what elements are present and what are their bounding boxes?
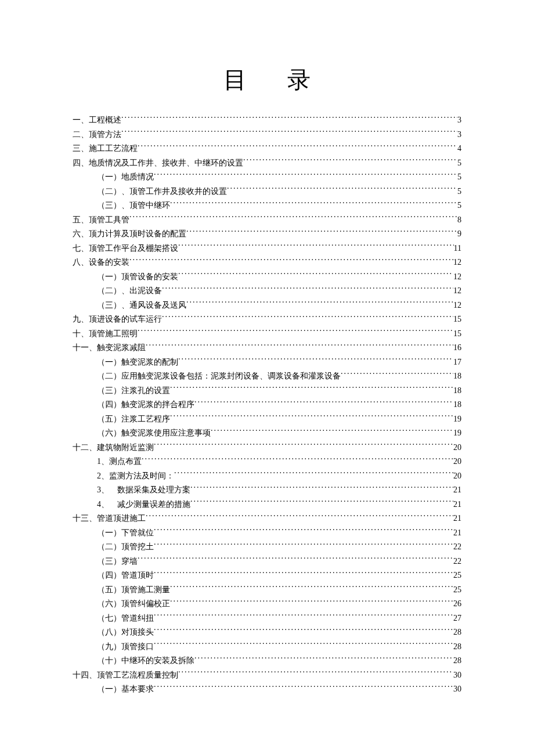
- toc-entry-label: 七、顶管工作平台及棚架搭设: [73, 242, 178, 256]
- toc-entry: 三、施工工艺流程4: [73, 142, 461, 156]
- toc-leader-dots: [138, 328, 453, 336]
- toc-entry-label: （二）应用触变泥浆设备包括：泥浆封闭设备、调浆设备和灌浆设备: [97, 369, 341, 384]
- toc-leader-dots: [178, 271, 453, 279]
- table-of-contents: 一、工程概述3二、顶管方法3三、施工工艺流程4四、地质情况及工作井、接收井、中继…: [73, 113, 461, 697]
- toc-entry-page: 17: [453, 355, 461, 370]
- toc-leader-dots: [227, 186, 457, 194]
- toc-entry-label: 十、顶管施工照明: [73, 327, 138, 341]
- toc-entry-label: （七）管道纠扭: [97, 611, 154, 626]
- toc-entry: 七、顶管工作平台及棚架搭设11: [73, 242, 461, 256]
- toc-entry: （二）、顶管工作井及接收井的设置5: [73, 185, 461, 199]
- toc-entry-label: 十一、触变泥浆减阻: [73, 341, 146, 355]
- toc-entry: （五）注浆工艺程序19: [73, 412, 461, 427]
- toc-entry-page: 19: [453, 412, 461, 427]
- toc-entry: （一）地质情况5: [73, 170, 461, 185]
- toc-entry: 六、顶力计算及顶时设备的配置9: [73, 227, 461, 242]
- toc-entry-label: （八）对顶接头: [97, 625, 154, 640]
- toc-leader-dots: [154, 613, 453, 621]
- toc-entry-label: （六）顶管纠偏校正: [97, 597, 170, 611]
- toc-entry: 八、设备的安装12: [73, 255, 461, 270]
- toc-entry-page: 21: [453, 483, 461, 498]
- toc-entry-label: （二）、顶管工作井及接收井的设置: [97, 185, 227, 199]
- toc-entry: （六）顶管纠偏校正26: [73, 597, 461, 611]
- toc-entry-page: 25: [453, 583, 461, 597]
- toc-leader-dots: [211, 427, 453, 435]
- toc-entry: （二）应用触变泥浆设备包括：泥浆封闭设备、调浆设备和灌浆设备18: [73, 369, 461, 384]
- toc-leader-dots: [129, 214, 457, 222]
- toc-entry: （一）触变泥浆的配制17: [73, 355, 461, 370]
- toc-entry: （七）管道纠扭27: [73, 611, 461, 626]
- toc-leader-dots: [194, 399, 453, 407]
- toc-entry: （三）、通风设备及送风12: [73, 298, 461, 313]
- toc-entry: 二、顶管方法3: [73, 128, 461, 142]
- toc-entry-label: 四、地质情况及工作井、接收井、中继环的设置: [73, 156, 243, 171]
- document-title: 目录: [73, 64, 461, 96]
- toc-entry-label: （二）顶管挖土: [97, 540, 154, 555]
- toc-entry-label: （四）管道顶时: [97, 568, 154, 583]
- toc-entry-page: 5: [457, 199, 461, 213]
- toc-entry-label: （一）顶管设备的安装: [97, 270, 178, 285]
- toc-entry-page: 20: [453, 441, 461, 455]
- toc-entry-label: 二、顶管方法: [73, 128, 121, 142]
- toc-leader-dots: [174, 470, 453, 478]
- toc-entry-label: 十二、建筑物附近监测: [73, 441, 154, 455]
- toc-leader-dots: [138, 556, 453, 564]
- toc-leader-dots: [154, 641, 453, 649]
- toc-entry-page: 21: [453, 512, 461, 526]
- toc-entry-label: （一）地质情况: [97, 170, 154, 185]
- toc-leader-dots: [162, 314, 453, 322]
- toc-entry-label: （三）注浆孔的设置: [97, 384, 170, 398]
- toc-entry-label: 1、测点布置: [97, 455, 142, 469]
- toc-entry-page: 3: [457, 113, 461, 128]
- toc-entry-label: 五、顶管工具管: [73, 213, 129, 228]
- toc-entry-label: 3、 数据采集及处理方案: [97, 483, 190, 498]
- toc-entry: （九）顶管接口28: [73, 640, 461, 654]
- toc-entry-page: 25: [453, 568, 461, 583]
- toc-entry: （六）触变泥浆使用应注意事项19: [73, 426, 461, 441]
- toc-entry-label: 2、监测方法及时间：: [97, 469, 174, 484]
- toc-entry: （十）中继环的安装及拆除28: [73, 654, 461, 668]
- toc-entry-label: （九）顶管接口: [97, 640, 154, 654]
- toc-entry-label: （十）中继环的安装及拆除: [97, 654, 194, 668]
- toc-entry: （四）触变泥浆的拌合程序18: [73, 398, 461, 412]
- toc-entry: 4、 减少测量误差的措施21: [73, 498, 461, 512]
- toc-entry-label: （一）基本要求: [97, 682, 154, 697]
- toc-entry: 十三、管道顶进施工21: [73, 512, 461, 526]
- toc-leader-dots: [186, 228, 457, 236]
- toc-entry: （一）基本要求30: [73, 682, 461, 697]
- toc-entry-page: 21: [453, 526, 461, 541]
- toc-entry-page: 19: [453, 426, 461, 441]
- toc-entry-page: 22: [453, 540, 461, 555]
- toc-leader-dots: [341, 370, 453, 379]
- toc-entry-page: 20: [453, 455, 461, 469]
- toc-entry: 四、地质情况及工作井、接收井、中继环的设置5: [73, 156, 461, 171]
- toc-entry-page: 15: [453, 327, 461, 341]
- toc-leader-dots: [121, 129, 457, 137]
- toc-leader-dots: [154, 171, 457, 179]
- toc-entry: 十四、顶管工艺流程质量控制30: [73, 668, 461, 683]
- toc-leader-dots: [146, 513, 453, 521]
- toc-entry-page: 28: [453, 654, 461, 668]
- toc-entry-page: 30: [453, 668, 461, 683]
- toc-leader-dots: [154, 442, 453, 450]
- toc-entry-label: （五）顶管施工测量: [97, 583, 170, 597]
- toc-leader-dots: [154, 541, 453, 549]
- toc-entry-page: 20: [453, 469, 461, 484]
- toc-entry: （一）顶管设备的安装12: [73, 270, 461, 285]
- toc-leader-dots: [154, 627, 453, 635]
- toc-leader-dots: [170, 413, 453, 422]
- toc-entry-label: 4、 减少测量误差的措施: [97, 498, 190, 512]
- toc-entry-label: （三）、通风设备及送风: [97, 298, 186, 313]
- toc-entry-page: 5: [457, 185, 461, 199]
- toc-leader-dots: [170, 200, 457, 208]
- toc-leader-dots: [243, 157, 457, 165]
- toc-leader-dots: [162, 285, 453, 293]
- toc-entry: 十二、建筑物附近监测20: [73, 441, 461, 455]
- toc-entry: （八）对顶接头28: [73, 625, 461, 640]
- toc-leader-dots: [178, 669, 453, 678]
- toc-leader-dots: [142, 456, 453, 464]
- toc-entry: 十一、触变泥浆减阻16: [73, 341, 461, 355]
- toc-entry-label: （二）、出泥设备: [97, 284, 162, 298]
- toc-entry-page: 12: [453, 284, 461, 298]
- toc-leader-dots: [178, 357, 453, 365]
